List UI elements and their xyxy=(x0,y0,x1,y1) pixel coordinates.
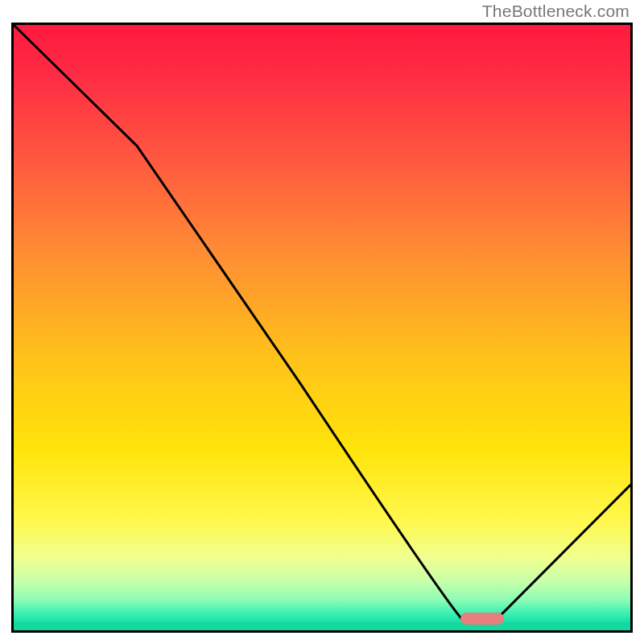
bottleneck-curve xyxy=(14,25,630,630)
optimal-range-marker xyxy=(460,613,504,625)
chart-frame xyxy=(11,23,633,633)
watermark-text: TheBottleneck.com xyxy=(482,2,630,21)
